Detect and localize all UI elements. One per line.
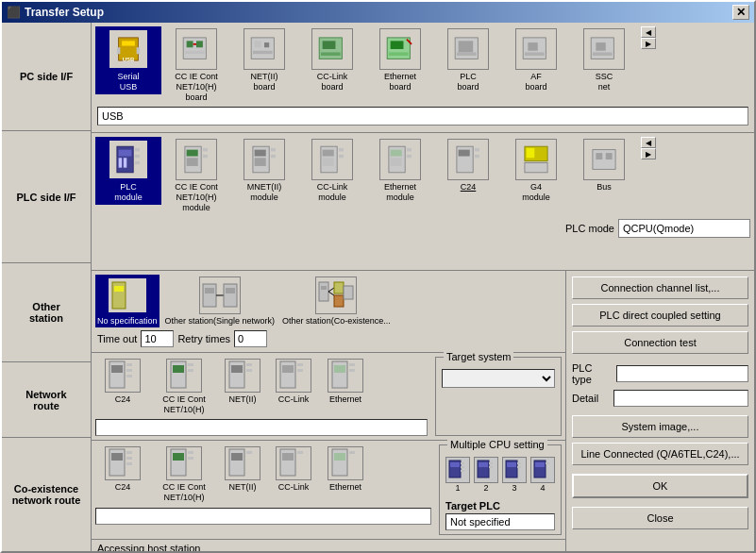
svg-rect-68 xyxy=(114,286,124,292)
icon-ssc-net[interactable]: SSCnet xyxy=(571,26,637,94)
no-specification-icon[interactable]: No specification xyxy=(95,275,160,327)
svg-rect-104 xyxy=(126,451,132,454)
cpu2-label: 2 xyxy=(483,483,488,493)
net2-co-icon[interactable]: NET(II) xyxy=(218,444,267,494)
plc-side-scrollbar: ◀ ▶ xyxy=(641,137,656,159)
right-panel: Connection channel list,... PLC direct c… xyxy=(565,271,754,551)
cpu4-item[interactable]: 4 xyxy=(530,457,555,493)
serial-usb-icon: USB xyxy=(110,31,146,67)
svg-rect-40 xyxy=(203,148,208,151)
c24-nr-icon[interactable]: C24 xyxy=(95,357,150,407)
detail-input[interactable] xyxy=(613,390,748,407)
mnet2-module-label: MNET(II)module xyxy=(247,182,282,203)
retry-label: Retry times xyxy=(177,333,230,344)
system-image-button[interactable]: System image,... xyxy=(572,415,748,438)
target-system-select[interactable] xyxy=(442,369,555,388)
svg-rect-35 xyxy=(135,155,140,158)
plc-module-icon xyxy=(110,142,146,177)
icon-ethernet-board[interactable]: Ethernetboard xyxy=(367,26,433,94)
svg-rect-3 xyxy=(137,47,140,54)
plc-scroll-right-btn[interactable]: ▶ xyxy=(641,148,656,159)
scroll-right-btn[interactable]: ▶ xyxy=(641,38,656,49)
bus-module-box xyxy=(583,139,625,180)
icon-cc-ie-cont-module[interactable]: CC IE ContNET/10(H)module xyxy=(163,137,229,214)
svg-line-77 xyxy=(328,292,334,295)
scroll-left-btn[interactable]: ◀ xyxy=(641,26,656,38)
cpu4-icon xyxy=(532,459,553,481)
cc-ie-cont-co-icon[interactable]: CC IE ContNET/10(H) xyxy=(152,444,216,505)
pc-side-path-display: USB xyxy=(97,107,748,126)
cpu3-box xyxy=(502,457,527,483)
svg-rect-132 xyxy=(517,466,521,468)
serial-usb-label: SerialUSB xyxy=(117,72,139,92)
cpu3-label: 3 xyxy=(512,483,516,493)
svg-rect-82 xyxy=(111,365,123,373)
plc-type-input[interactable] xyxy=(616,365,748,382)
plc-mode-input[interactable] xyxy=(618,219,750,238)
icon-mnet2-module[interactable]: MNET(II)module xyxy=(231,137,297,205)
plc-side-section: PLCmodule xyxy=(92,133,754,270)
connection-test-button[interactable]: Connection test xyxy=(572,331,748,354)
icon-ethernet-module[interactable]: Ethernetmodule xyxy=(367,137,433,205)
icon-af-board[interactable]: AFboard xyxy=(503,26,569,94)
cc-link-module-icon xyxy=(314,142,350,177)
cc-link-board-label: CC-Linkboard xyxy=(317,72,348,92)
net2-board-box xyxy=(244,28,285,70)
svg-rect-91 xyxy=(231,365,243,373)
single-network-icon[interactable]: Other station(Single network) xyxy=(163,275,277,327)
other-station-icons: No specification xyxy=(95,275,562,327)
timeout-input[interactable] xyxy=(141,330,174,347)
c24-co-box xyxy=(105,446,141,480)
cc-link-board-icon xyxy=(314,31,350,67)
detail-row: Detail xyxy=(572,390,748,407)
icon-plc-module[interactable]: PLCmodule xyxy=(95,137,161,205)
net2-nr-icon[interactable]: NET(II) xyxy=(218,357,267,407)
cpu2-item[interactable]: 2 xyxy=(474,457,498,493)
network-route-icons-area: C24 xyxy=(92,353,431,441)
cc-ie-cont-net-label: CC IE ContNET/10(H)board xyxy=(175,72,218,102)
svg-rect-29 xyxy=(593,52,613,55)
svg-rect-53 xyxy=(391,150,402,157)
icon-plc-board[interactable]: PLCboard xyxy=(435,26,501,94)
plc-scroll-left-btn[interactable]: ◀ xyxy=(641,137,656,148)
detail-label: Detail xyxy=(572,393,610,404)
net2-nr-label: NET(II) xyxy=(229,394,257,405)
bus-module-icon xyxy=(586,142,622,177)
close-dialog-button[interactable]: Close xyxy=(572,507,748,529)
icon-c24-module[interactable]: C24 xyxy=(435,137,501,194)
cpu2-box xyxy=(474,457,498,483)
icon-cc-link-board[interactable]: CC-Linkboard xyxy=(299,26,365,94)
svg-rect-65 xyxy=(596,153,602,159)
accessing-label: Accessing host station xyxy=(92,539,565,551)
network-route-row: C24 xyxy=(92,353,565,442)
connection-channel-button[interactable]: Connection channel list,... xyxy=(572,276,748,299)
svg-rect-56 xyxy=(407,155,412,158)
ethernet-co-icon[interactable]: Ethernet xyxy=(320,444,371,494)
close-button[interactable]: ✕ xyxy=(732,5,749,20)
svg-rect-127 xyxy=(489,462,493,464)
cc-ie-cont-nr-icon[interactable]: CC IE ContNET/10(H) xyxy=(152,357,216,417)
icon-g4-module[interactable]: G4module xyxy=(503,137,569,205)
icon-cc-ie-cont-net[interactable]: CC IE ContNET/10(H)board xyxy=(163,26,229,104)
plc-board-label: PLCboard xyxy=(457,72,479,92)
svg-rect-83 xyxy=(126,363,132,366)
icon-cc-link-module[interactable]: CC-Linkmodule xyxy=(299,137,365,205)
retry-input[interactable] xyxy=(234,330,267,347)
cpu3-item[interactable]: 3 xyxy=(502,457,527,493)
co-existence-icon[interactable]: Other station(Co-existence... xyxy=(280,275,393,327)
mnet2-module-icon xyxy=(246,142,282,177)
svg-text:USB: USB xyxy=(123,57,135,62)
icon-net2-board[interactable]: NET(II)board xyxy=(231,26,297,94)
line-connected-button[interactable]: Line Connected (Q/A6TEL,C24),... xyxy=(572,443,748,465)
svg-rect-88 xyxy=(188,363,193,366)
cc-link-nr-icon[interactable]: CC-Link xyxy=(269,357,318,407)
cc-link-co-icon[interactable]: CC-Link xyxy=(269,444,318,494)
icon-bus-module[interactable]: Bus xyxy=(571,137,637,194)
cc-ie-cont-nr-box xyxy=(166,359,202,393)
cpu1-item[interactable]: 1 xyxy=(445,457,470,493)
ethernet-nr-icon[interactable]: Ethernet xyxy=(320,357,371,407)
ok-button[interactable]: OK xyxy=(572,474,748,498)
c24-co-icon[interactable]: C24 xyxy=(95,444,150,494)
plc-direct-button[interactable]: PLC direct coupled setting xyxy=(572,304,748,327)
icon-serial-usb[interactable]: USB SerialUSB xyxy=(95,26,161,94)
